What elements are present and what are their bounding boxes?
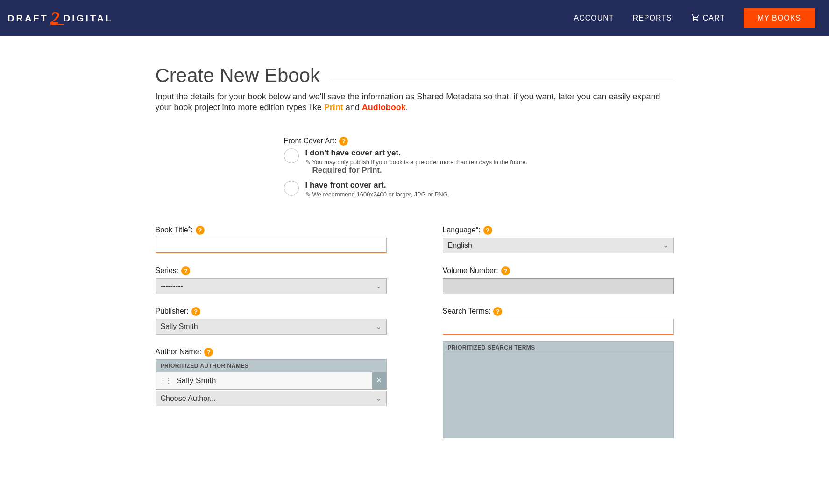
book-title-label: Book Title*: ?: [156, 226, 387, 235]
intro-audio: Audiobook: [362, 103, 406, 112]
choose-author-label: Choose Author...: [161, 394, 216, 403]
series-label: Series: ?: [156, 266, 387, 275]
author-item-name: Sally Smith: [175, 372, 372, 389]
remove-author-button[interactable]: ×: [372, 372, 386, 389]
radio-no-cover-title: I don't have cover art yet.: [305, 148, 401, 157]
author-list-item[interactable]: ⋮⋮ Sally Smith ×: [156, 372, 387, 390]
intro-and: and: [343, 103, 362, 112]
help-icon[interactable]: ?: [204, 348, 213, 357]
logo[interactable]: DRAFT 2 DIGITAL: [7, 9, 113, 28]
search-terms-input[interactable]: [443, 319, 674, 335]
chevron-down-icon: ⌄: [376, 394, 382, 403]
language-label: Language*: ?: [443, 226, 674, 235]
cover-art-label: Front Cover Art: ?: [284, 137, 546, 146]
language-select[interactable]: English ⌄: [443, 238, 674, 253]
nav-reports[interactable]: REPORTS: [633, 14, 672, 22]
logo-text-right: DIGITAL: [64, 13, 113, 24]
publisher-value: Sally Smith: [161, 322, 198, 331]
note-icon: ✎: [305, 159, 311, 166]
search-terms-panel: [443, 354, 674, 438]
book-title-input[interactable]: [156, 238, 387, 253]
note-icon: ✎: [305, 191, 311, 198]
help-icon[interactable]: ?: [196, 226, 205, 235]
choose-author-select[interactable]: Choose Author... ⌄: [156, 391, 387, 406]
help-icon[interactable]: ?: [493, 307, 502, 316]
chevron-down-icon: ⌄: [376, 281, 382, 290]
logo-text-left: DRAFT: [7, 13, 49, 24]
help-icon[interactable]: ?: [501, 266, 510, 275]
intro-print: Print: [324, 103, 343, 112]
nav-links: ACCOUNT REPORTS CART MY BOOKS: [574, 8, 815, 28]
radio-have-cover[interactable]: [284, 181, 299, 196]
nav-account[interactable]: ACCOUNT: [574, 14, 614, 22]
nav-cart[interactable]: CART: [691, 13, 725, 23]
page-title-text: Create New Ebook: [156, 64, 320, 87]
help-icon[interactable]: ?: [191, 307, 200, 316]
help-icon[interactable]: ?: [181, 266, 190, 275]
series-value: ---------: [161, 282, 183, 290]
drag-handle-icon[interactable]: ⋮⋮: [156, 377, 175, 385]
radio-no-cover-text: I don't have cover art yet. ✎ You may on…: [305, 148, 546, 175]
series-select[interactable]: --------- ⌄: [156, 278, 387, 294]
help-icon[interactable]: ?: [483, 226, 492, 235]
cart-icon: [691, 13, 700, 23]
radio-no-cover[interactable]: [284, 148, 299, 163]
help-icon[interactable]: ?: [339, 137, 348, 146]
chevron-down-icon: ⌄: [376, 322, 382, 331]
author-panel-header: PRIORITIZED AUTHOR NAMES: [156, 359, 387, 372]
page-title: Create New Ebook: [156, 64, 674, 87]
my-books-button[interactable]: MY BOOKS: [744, 8, 815, 28]
cover-art-label-text: Front Cover Art:: [284, 137, 337, 145]
radio-have-cover-text: I have front cover art. ✎ We recommend 1…: [305, 181, 450, 198]
intro-text: Input the details for your book below an…: [156, 91, 674, 113]
search-terms-label: Search Terms: ?: [443, 307, 674, 316]
publisher-select[interactable]: Sally Smith ⌄: [156, 319, 387, 335]
nav-cart-label: CART: [703, 14, 725, 22]
language-value: English: [448, 241, 472, 250]
intro-post: .: [406, 103, 408, 112]
logo-numeral: 2: [50, 9, 63, 28]
radio-no-cover-sub: You may only publish if your book is a p…: [312, 159, 546, 175]
top-nav: DRAFT 2 DIGITAL ACCOUNT REPORTS CART MY …: [0, 0, 829, 36]
publisher-label: Publisher: ?: [156, 307, 387, 316]
volume-number-label: Volume Number: ?: [443, 266, 674, 275]
chevron-down-icon: ⌄: [663, 241, 669, 250]
volume-number-input[interactable]: [443, 278, 674, 294]
author-name-label: Author Name: ?: [156, 348, 387, 357]
radio-have-cover-sub: We recommend 1600x2400 or larger, JPG or…: [312, 191, 450, 198]
title-divider: [329, 82, 673, 82]
search-terms-panel-header: PRIORITIZED SEARCH TERMS: [443, 341, 674, 354]
radio-have-cover-title: I have front cover art.: [305, 181, 386, 189]
